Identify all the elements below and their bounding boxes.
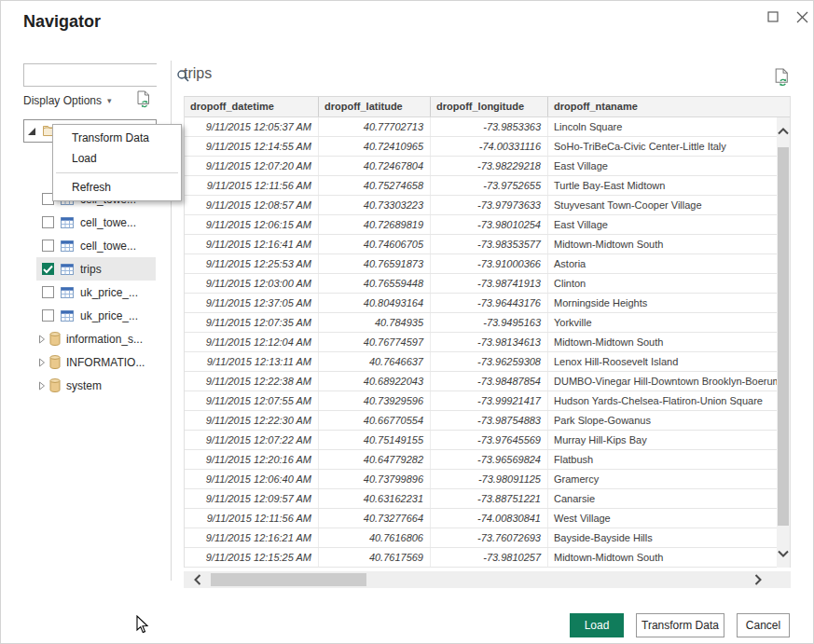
table-cell: DUMBO-Vinegar Hill-Downtown Brooklyn-Boe… <box>548 372 790 391</box>
sidebar-item-cell-towe[interactable]: cell_towe... <box>36 234 156 257</box>
menu-separator <box>56 172 178 173</box>
table-row: 9/11/2015 12:16:21 AM40.7616806-73.76072… <box>185 528 790 548</box>
table-cell: Hudson Yards-Chelsea-Flatiron-Union Squa… <box>548 391 790 410</box>
chevron-right-icon[interactable] <box>38 381 46 391</box>
preview-table-title: trips <box>184 65 212 82</box>
checkbox-checked[interactable] <box>42 263 54 275</box>
menu-item-load[interactable]: Load <box>53 148 181 169</box>
table-cell: -73.9752655 <box>431 176 548 195</box>
menu-item-refresh[interactable]: Refresh <box>53 177 181 198</box>
table-cell: 40.76774597 <box>319 333 431 351</box>
checkbox-unchecked[interactable] <box>42 286 54 298</box>
horizontal-scrollbar[interactable] <box>184 571 791 588</box>
table-cell: West Village <box>548 509 790 528</box>
table-icon <box>61 240 74 252</box>
table-cell: 40.72689819 <box>319 215 431 234</box>
table-cell: Morningside Heights <box>548 294 790 312</box>
table-cell: Lenox Hill-Roosevelt Island <box>548 352 790 371</box>
table-cell: Turtle Bay-East Midtown <box>548 176 790 195</box>
display-options-dropdown[interactable]: Display Options ▾ <box>23 94 112 107</box>
table-cell: 9/11/2015 12:15:25 AM <box>185 548 319 567</box>
table-cell: Astoria <box>548 254 790 273</box>
column-header-dropoff-longitude: dropoff_longitude <box>431 97 548 116</box>
column-header-dropoff-latitude: dropoff_latitude <box>319 97 431 116</box>
navigator-dialog: Navigator Display Options ▾ <box>0 0 814 644</box>
sidebar-item-information-s[interactable]: information_s... <box>36 327 156 350</box>
scroll-up-icon[interactable] <box>778 125 789 138</box>
table-row: 9/11/2015 12:11:56 AM40.73277664-74.0083… <box>185 509 790 528</box>
table-icon <box>61 264 74 275</box>
table-cell: -73.76072693 <box>431 528 548 547</box>
scroll-left-icon[interactable] <box>191 573 204 586</box>
table-row: 9/11/2015 12:12:04 AM40.76774597-73.9813… <box>185 333 790 352</box>
table-cell: -73.9810257 <box>431 548 548 567</box>
maximize-icon <box>767 11 779 22</box>
table-cell: 9/11/2015 12:09:57 AM <box>185 489 319 508</box>
table-cell: SoHo-TriBeCa-Civic Center-Little Italy <box>548 137 790 156</box>
search-input[interactable] <box>24 64 176 86</box>
sidebar-item-informatio[interactable]: INFORMATIO... <box>36 350 156 374</box>
table-row: 9/11/2015 12:07:20 AM40.72467804-73.9822… <box>185 157 790 176</box>
horizontal-scroll-thumb[interactable] <box>211 573 366 586</box>
tree-item-label: uk_price_... <box>80 309 138 322</box>
close-button[interactable] <box>793 7 811 26</box>
table-cell: 40.68922043 <box>319 372 431 391</box>
table-row: 9/11/2015 12:25:53 AM40.76591873-73.9100… <box>185 254 790 274</box>
table-cell: 40.73303223 <box>319 196 431 214</box>
scroll-down-icon[interactable] <box>778 547 789 560</box>
table-cell: 9/11/2015 12:08:57 AM <box>185 196 319 214</box>
chevron-right-icon[interactable] <box>38 358 46 367</box>
table-cell: 9/11/2015 12:37:05 AM <box>185 294 319 312</box>
table-cell: -74.00830841 <box>431 509 548 528</box>
mouse-cursor <box>136 615 149 638</box>
table-cell: 9/11/2015 12:20:16 AM <box>185 450 319 469</box>
refresh-preview-icon[interactable] <box>774 68 790 91</box>
table-cell: -73.97645569 <box>431 431 548 449</box>
column-header-dropoff-ntaname: dropoff_ntaname <box>548 97 790 116</box>
table-cell: -73.9495163 <box>431 313 548 332</box>
checkbox-unchecked[interactable] <box>42 309 54 322</box>
tree-item-label: uk_price_... <box>80 286 138 299</box>
vertical-scrollbar[interactable] <box>777 117 790 568</box>
table-cell: 9/11/2015 12:16:21 AM <box>185 528 319 547</box>
sidebar-item-system[interactable]: system <box>36 374 156 397</box>
cancel-button[interactable]: Cancel <box>737 613 790 637</box>
sidebar-item-trips[interactable]: trips <box>36 257 156 281</box>
table-cell: 9/11/2015 12:05:37 AM <box>185 117 319 136</box>
table-cell: -73.9853363 <box>431 117 548 136</box>
table-cell: -73.96259308 <box>431 352 548 371</box>
table-cell: 9/11/2015 12:11:56 AM <box>185 176 319 195</box>
table-cell: Midtown-Midtown South <box>548 333 790 351</box>
table-cell: East Village <box>548 215 790 234</box>
chevron-expanded-icon[interactable] <box>28 123 36 140</box>
table-cell: 40.66770554 <box>319 411 431 430</box>
sidebar-item-uk-price[interactable]: uk_price_... <box>36 304 156 327</box>
table-row: 9/11/2015 12:07:55 AM40.73929596-73.9992… <box>185 391 790 411</box>
table-cell: 9/11/2015 12:22:38 AM <box>185 372 319 391</box>
table-cell: 9/11/2015 12:13:11 AM <box>185 352 319 371</box>
table-cell: 40.72410965 <box>319 137 431 156</box>
table-cell: 40.73277664 <box>319 509 431 528</box>
sidebar-item-uk-price[interactable]: uk_price_... <box>36 281 156 304</box>
table-row: 9/11/2015 12:09:57 AM40.63162231-73.8875… <box>185 489 790 509</box>
menu-item-transform-data[interactable]: Transform Data <box>53 128 181 148</box>
table-row: 9/11/2015 12:07:35 AM40.784935-73.949516… <box>185 313 790 333</box>
table-row: 9/11/2015 12:37:05 AM40.80493164-73.9644… <box>185 294 790 313</box>
refresh-list-icon[interactable] <box>136 90 151 113</box>
scroll-right-icon[interactable] <box>752 573 765 586</box>
transform-data-button[interactable]: Transform Data <box>636 613 724 637</box>
chevron-right-icon[interactable] <box>38 335 46 344</box>
table-row: 9/11/2015 12:07:22 AM40.75149155-73.9764… <box>185 431 790 450</box>
table-row: 9/11/2015 12:13:11 AM40.7646637-73.96259… <box>185 352 790 372</box>
vertical-scroll-thumb[interactable] <box>778 147 789 526</box>
checkbox-unchecked[interactable] <box>42 216 54 228</box>
table-cell: 40.63162231 <box>319 489 431 508</box>
sidebar-item-cell-towe[interactable]: cell_towe... <box>36 211 156 234</box>
load-button[interactable]: Load <box>570 613 624 637</box>
checkbox-unchecked[interactable] <box>42 240 54 252</box>
table-cell: 9/11/2015 12:11:56 AM <box>185 509 319 528</box>
table-cell: 40.74606705 <box>319 235 431 253</box>
table-cell: 9/11/2015 12:06:15 AM <box>185 215 319 234</box>
maximize-button[interactable] <box>764 7 782 26</box>
table-cell: -73.96443176 <box>431 294 548 312</box>
